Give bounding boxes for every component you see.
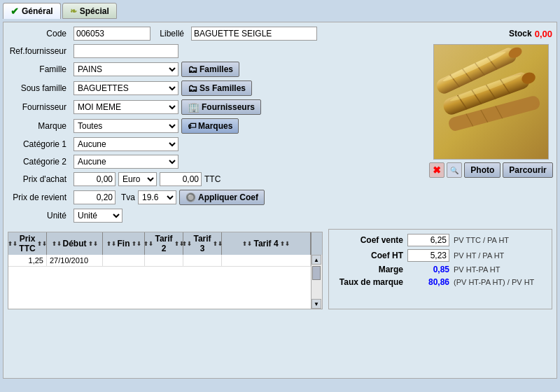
appliquer-coef-button[interactable]: 🔘 Appliquer Coef [179,190,265,205]
ref-row: Ref.fournisseur [8,44,426,58]
bottom-section: ⬆⬇ Prix TTC ⬆⬇ ⬆⬇ Début ⬆⬇ ⬆⬇ Fin ⬆⬇ [8,229,552,309]
euro-select[interactable]: Euro [118,172,157,186]
main-layout: Ref.fournisseur Famille PAINS 🗂 Familles [8,44,552,226]
categorie2-row: Catégorie 2 Aucune [8,155,426,169]
coef-ht-row: Coef HT PV HT / PA HT [333,249,547,262]
sort-icon2: ⬆⬇ [37,241,47,247]
coef-vente-input[interactable] [407,234,449,246]
parcourir-button[interactable]: Parcourir [503,162,552,178]
fournisseur-select[interactable]: MOI MEME [74,100,178,114]
coef-ht-label: Coef HT [333,251,403,260]
th-tarif2: ⬆⬇ Tarif 2 ⬆⬇ [145,232,183,255]
marque-label: Marque [8,121,71,131]
sous-famille-select[interactable]: BAGUETTES [74,81,178,95]
code-row: Code Libellé Stock 0,00 [8,27,552,41]
sous-famille-row: Sous famille BAGUETTES 🗂 Ss Familles [8,80,426,96]
table-scrollbar[interactable]: ▲ ▼ [311,255,322,309]
sous-famille-label: Sous famille [8,83,71,93]
product-image [433,44,549,160]
ref-input[interactable] [74,44,178,58]
tabs: ✔ Général ❧ Spécial [3,3,557,19]
table-row[interactable]: 1,25 27/10/2010 [8,255,311,267]
tva-select[interactable]: 19.6 [138,190,176,204]
td-debut: 27/10/2010 [47,255,103,266]
marge-desc: PV HT-PA HT [454,265,500,274]
check-icon: ✔ [10,6,19,17]
famille-select[interactable]: PAINS [74,62,178,76]
td-tarif4 [222,255,311,266]
fournisseurs-button[interactable]: 🏢 Fournisseurs [181,99,261,115]
th-fin: ⬆⬇ Fin ⬆⬇ [103,232,145,255]
table-body-wrapper: 1,25 27/10/2010 ▲ [8,255,322,309]
taux-marque-row: Taux de marque 80,86 (PV HT-PA HT) / PV … [333,277,547,287]
ttc-label: TTC [204,174,220,184]
fournisseurs-icon: 🏢 [188,102,200,113]
td-tarif2 [145,255,183,266]
tab-general-label: Général [22,6,53,16]
taux-marque-value: 80,86 [407,277,449,287]
th-debut: ⬆⬇ Début ⬆⬇ [47,232,103,255]
prix-revient-input[interactable] [74,190,115,204]
marque-row: Marque Toutes 🏷 Marques [8,118,426,134]
content-area: Code Libellé Stock 0,00 Ref.fournisseur … [3,22,557,379]
marques-icon: 🏷 [188,121,196,131]
scroll-down-btn[interactable]: ▼ [312,299,321,309]
ss-familles-button[interactable]: 🗂 Ss Familles [181,80,252,96]
fournisseur-label: Fournisseur [8,102,71,112]
sort-icon-debut: ⬆⬇ [52,241,62,247]
code-input[interactable] [74,27,150,41]
sort-icon-t2: ⬆⬇ [144,241,153,247]
table-section: ⬆⬇ Prix TTC ⬆⬇ ⬆⬇ Début ⬆⬇ ⬆⬇ Fin ⬆⬇ [8,229,323,309]
fournisseur-row: Fournisseur MOI MEME 🏢 Fournisseurs [8,99,426,115]
tab-special[interactable]: ❧ Spécial [62,3,117,19]
categorie2-select[interactable]: Aucune [74,155,178,169]
coef-vente-label: Coef vente [333,235,403,245]
main-container: ✔ Général ❧ Spécial Code Libellé Stock 0… [0,0,560,392]
leaf-icon: ❧ [70,6,77,16]
sort-icon4: ⬆⬇ [132,241,141,247]
taux-marque-label: Taux de marque [333,277,403,287]
zoom-photo-button[interactable]: 🔍 [447,162,462,178]
famille-row: Famille PAINS 🗂 Familles [8,62,426,77]
td-tarif3 [183,255,222,266]
photo-button[interactable]: Photo [464,162,500,178]
right-image-panel: ✖ 🔍 Photo Parcourir [430,44,552,226]
unite-select[interactable]: Unité [74,209,122,223]
scroll-up-btn[interactable]: ▲ [312,255,321,265]
famille-label: Famille [8,64,71,74]
categorie2-label: Catégorie 2 [8,157,71,167]
ref-label: Ref.fournisseur [8,46,71,56]
coef-ht-desc: PV HT / PA HT [454,251,504,260]
libelle-input[interactable] [191,27,317,41]
scroll-track [312,265,322,299]
tab-general[interactable]: ✔ Général [3,3,61,19]
marge-row: Marge 0,85 PV HT-PA HT [333,265,547,274]
coef-panel: Coef vente PV TTC / PA HT Coef HT PV HT … [328,229,552,309]
tva-label: Tva [118,192,135,202]
coef-vente-row: Coef vente PV TTC / PA HT [333,234,547,246]
prix-achat-label: Prix d'achat [8,174,71,184]
th-tarif4: ⬆⬇ Tarif 4 ⬆⬇ [222,232,311,255]
categorie1-select[interactable]: Aucune [74,137,178,151]
prix-achat-ttc-input[interactable] [160,172,202,186]
sort-icon-t3: ⬆⬇ [182,241,192,247]
coef-ht-input[interactable] [407,249,449,262]
prix-achat-input[interactable] [74,172,115,186]
scroll-thumb[interactable] [312,266,321,280]
stock-label: Stock [509,29,532,38]
ss-familles-icon: 🗂 [188,83,197,94]
marques-button[interactable]: 🏷 Marques [181,118,239,134]
delete-photo-button[interactable]: ✖ [429,162,444,178]
marque-select[interactable]: Toutes [74,119,178,133]
code-label: Code [8,29,71,38]
sort-icon3: ⬆⬇ [88,241,98,247]
sort-icon-fin: ⬆⬇ [106,241,116,247]
prix-revient-row: Prix de revient Tva 19.6 🔘 Appliquer Coe… [8,190,426,205]
sort-icon-t4: ⬆⬇ [242,241,252,247]
left-form: Ref.fournisseur Famille PAINS 🗂 Familles [8,44,426,226]
unite-label: Unité [8,211,71,220]
photo-buttons: ✖ 🔍 Photo Parcourir [429,162,552,178]
prix-achat-row: Prix d'achat Euro TTC [8,172,426,186]
familles-button[interactable]: 🗂 Familles [181,62,239,77]
categorie1-label: Catégorie 1 [8,139,71,149]
